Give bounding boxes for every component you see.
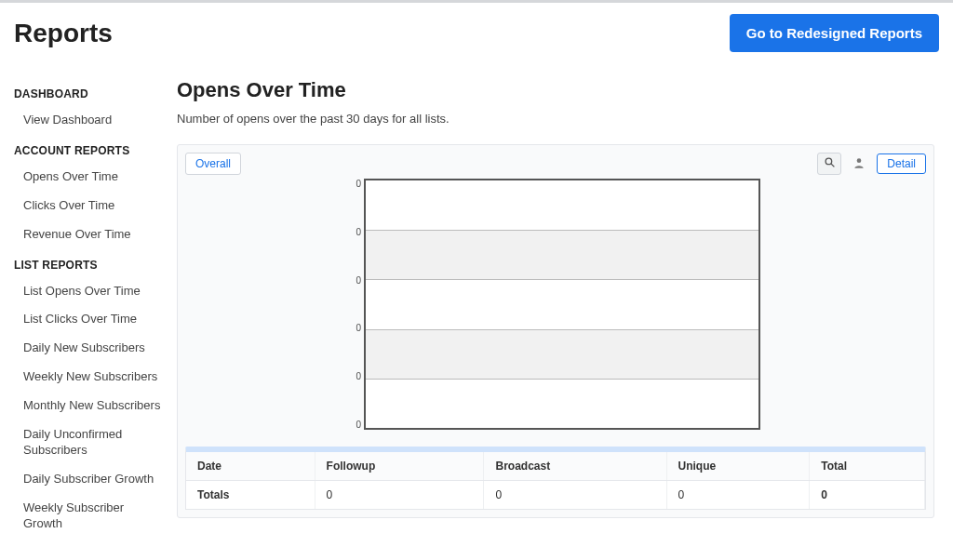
report-description: Number of opens over the past 30 days fo…	[177, 112, 934, 126]
cell-totals-total: 0	[810, 481, 925, 510]
column-header-followup: Followup	[315, 452, 484, 481]
data-table: Date Followup Broadcast Unique Total Tot…	[186, 452, 925, 509]
sidebar-item-daily-subscriber-growth[interactable]: Daily Subscriber Growth	[9, 465, 168, 494]
sidebar-item-view-dashboard[interactable]: View Dashboard	[9, 106, 168, 135]
chart-panel: Overall Detail	[177, 144, 934, 518]
column-header-total: Total	[810, 452, 925, 481]
sidebar-item-daily-new-subscribers[interactable]: Daily New Subscribers	[9, 334, 168, 363]
page-header: Reports Go to Redesigned Reports	[0, 3, 953, 69]
y-tick: 0	[356, 227, 361, 237]
chart-area: 0 0 0 0 0 0	[351, 179, 760, 430]
layout: DASHBOARD View Dashboard ACCOUNT REPORTS…	[0, 69, 953, 538]
svg-point-0	[825, 158, 832, 165]
y-tick: 0	[356, 179, 361, 189]
detail-button[interactable]: Detail	[877, 153, 926, 174]
y-tick: 0	[356, 323, 361, 333]
sidebar-item-clicks-over-time[interactable]: Clicks Over Time	[9, 192, 168, 220]
go-to-redesigned-reports-button[interactable]: Go to Redesigned Reports	[730, 14, 939, 52]
chart-toolbar: Detail	[817, 153, 926, 175]
chart-band	[366, 230, 758, 279]
sidebar-item-daily-unconfirmed-subscribers[interactable]: Daily Unconfirmed Subscribers	[9, 420, 168, 465]
column-header-broadcast: Broadcast	[484, 452, 666, 481]
cell-totals-broadcast: 0	[484, 481, 666, 510]
chart-gridline	[366, 230, 758, 231]
main-content: Opens Over Time Number of opens over the…	[168, 69, 953, 538]
search-icon-button[interactable]	[817, 153, 841, 175]
sidebar: DASHBOARD View Dashboard ACCOUNT REPORTS…	[9, 69, 168, 538]
user-icon-button[interactable]	[847, 153, 871, 175]
table-header-row: Date Followup Broadcast Unique Total	[186, 452, 925, 481]
magnifier-icon	[824, 156, 836, 171]
column-header-unique: Unique	[666, 452, 810, 481]
y-tick: 0	[356, 371, 361, 381]
chart-gridline	[366, 379, 758, 380]
sidebar-item-list-opens-over-time[interactable]: List Opens Over Time	[9, 277, 168, 306]
y-tick: 0	[356, 420, 361, 430]
cell-totals-unique: 0	[666, 481, 810, 510]
sidebar-item-weekly-subscriber-growth[interactable]: Weekly Subscriber Growth	[9, 494, 168, 539]
data-table-wrap: Date Followup Broadcast Unique Total Tot…	[185, 447, 926, 510]
user-icon	[852, 156, 866, 172]
cell-totals-followup: 0	[315, 481, 484, 510]
sidebar-item-revenue-over-time[interactable]: Revenue Over Time	[9, 220, 168, 249]
tab-overall[interactable]: Overall	[185, 153, 241, 175]
chart-y-axis: 0 0 0 0 0 0	[351, 179, 364, 430]
svg-point-2	[857, 158, 862, 163]
sidebar-item-weekly-new-subscribers[interactable]: Weekly New Subscribers	[9, 363, 168, 392]
chart-header: Overall Detail	[185, 153, 926, 175]
svg-line-1	[831, 164, 834, 167]
table-row: Totals 0 0 0 0	[186, 481, 925, 510]
cell-totals-label: Totals	[186, 481, 315, 510]
sidebar-heading-account-reports: ACCOUNT REPORTS	[9, 135, 168, 163]
chart-plot-area	[364, 179, 760, 430]
chart-gridline	[366, 329, 758, 330]
column-header-date: Date	[186, 452, 315, 481]
sidebar-item-monthly-new-subscribers[interactable]: Monthly New Subscribers	[9, 392, 168, 420]
report-title: Opens Over Time	[177, 78, 934, 102]
chart-band	[366, 329, 758, 379]
y-tick: 0	[356, 275, 361, 286]
sidebar-heading-dashboard: DASHBOARD	[9, 78, 168, 106]
sidebar-item-opens-over-time[interactable]: Opens Over Time	[9, 163, 168, 192]
page-title: Reports	[14, 19, 113, 48]
chart-gridline	[366, 279, 758, 280]
sidebar-item-list-clicks-over-time[interactable]: List Clicks Over Time	[9, 305, 168, 334]
sidebar-heading-list-reports: LIST REPORTS	[9, 249, 168, 277]
